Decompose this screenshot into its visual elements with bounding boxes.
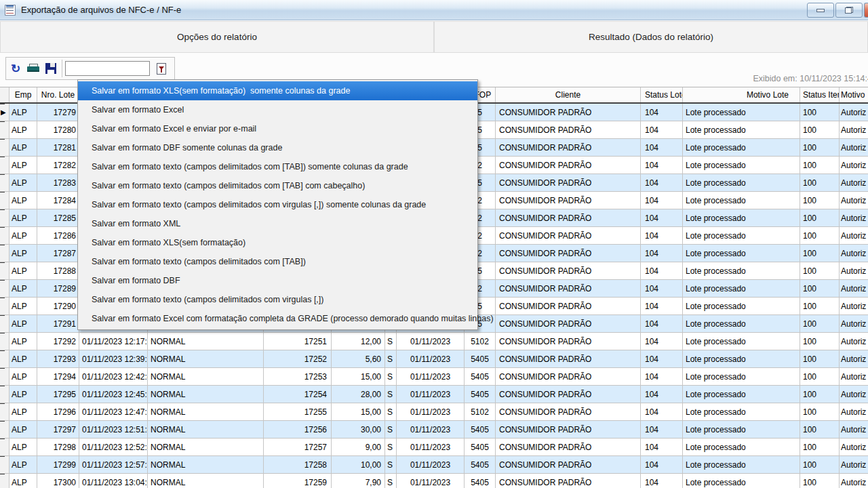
cell-cfop: 5102 xyxy=(465,403,496,421)
cell-status_lote: 104 xyxy=(641,157,683,174)
column-header-motivo_item[interactable]: Motivo xyxy=(840,87,868,102)
cell-status_lote: 104 xyxy=(641,315,683,333)
cell-nro_lote: 17281 xyxy=(37,139,79,157)
cell-dt_emissao: 01/11/2023 xyxy=(397,421,465,439)
cell-tipo: NORMAL xyxy=(148,386,264,403)
table-row[interactable]: ALP1729201/11/2023 12:17:31NORMAL1725112… xyxy=(0,333,868,350)
cell-nro_lote: 17291 xyxy=(37,315,79,333)
table-row[interactable]: ALP1729901/11/2023 12:57:37NORMAL1725810… xyxy=(0,456,868,474)
cell-status_item: 100 xyxy=(800,262,840,280)
cell-status_item: 100 xyxy=(800,456,840,474)
cell-s: S xyxy=(385,474,397,488)
menu-item[interactable]: Salvar em formato Excel com formatação c… xyxy=(78,309,477,328)
menu-item[interactable]: Salvar em formato texto (campos delimita… xyxy=(78,157,477,176)
filter-input[interactable] xyxy=(65,61,150,76)
menu-item[interactable]: Salvar em formato XLS(sem formatação) so… xyxy=(78,81,477,100)
menu-item[interactable]: Salvar em formato Excel e enviar por e-m… xyxy=(78,119,477,138)
cell-status_lote: 104 xyxy=(641,350,683,368)
cell-motivo_item: Autoriz xyxy=(840,174,868,192)
row-selector xyxy=(0,439,9,456)
cell-dt_emissao: 01/11/2023 xyxy=(397,333,465,350)
cell-cliente: CONSUMIDOR PADRÃO xyxy=(496,227,641,245)
menu-item[interactable]: Salvar em formato Excel xyxy=(78,100,477,119)
cell-status_item: 100 xyxy=(800,209,840,227)
cell-emp: ALP xyxy=(9,456,37,474)
cell-emp: ALP xyxy=(9,298,37,315)
menu-item[interactable]: Salvar em formato XLS(sem formatação) xyxy=(78,233,477,252)
cell-motivo_lote: Lote processado xyxy=(683,456,800,474)
cell-cliente: CONSUMIDOR PADRÃO xyxy=(496,174,641,192)
cell-status_item: 100 xyxy=(800,350,840,368)
table-row[interactable]: ALP1729801/11/2023 12:52:44NORMAL172579,… xyxy=(0,439,868,456)
export-report-button[interactable] xyxy=(151,60,167,77)
report-funnel-icon xyxy=(157,63,166,75)
column-header-cliente[interactable]: Cliente xyxy=(496,87,641,102)
cell-valor: 5,60 xyxy=(332,350,385,368)
menu-item[interactable]: Salvar em formato texto (campos delimita… xyxy=(78,176,477,195)
cell-cliente: CONSUMIDOR PADRÃO xyxy=(496,421,641,439)
titlebar[interactable]: Exportação de arquivos de NFC-e / NF-e xyxy=(0,0,868,20)
minimize-button[interactable] xyxy=(807,3,834,18)
close-button[interactable] xyxy=(864,3,868,18)
cell-nro_lote: 17286 xyxy=(37,227,79,245)
cell-motivo_item: Autoriz xyxy=(840,315,868,333)
cell-cliente: CONSUMIDOR PADRÃO xyxy=(496,386,641,403)
cell-motivo_lote: Lote processado xyxy=(683,333,800,350)
restore-button[interactable] xyxy=(835,3,863,18)
table-row[interactable]: ALP1730001/11/2023 13:04:01NORMAL172597,… xyxy=(0,474,868,488)
cell-status_lote: 104 xyxy=(641,474,683,488)
cell-motivo_lote: Lote processado xyxy=(683,209,800,227)
cell-emp: ALP xyxy=(9,315,37,333)
column-header-status_item[interactable]: Status Item xyxy=(800,87,840,102)
cell-motivo_lote: Lote processado xyxy=(683,315,800,333)
cell-nro: 17251 xyxy=(264,333,332,350)
cell-motivo_lote: Lote processado xyxy=(683,350,800,368)
cell-motivo_item: Autoriz xyxy=(840,421,868,439)
cell-emp: ALP xyxy=(9,262,37,280)
table-row[interactable]: ALP1729301/11/2023 12:39:21NORMAL172525,… xyxy=(0,350,868,368)
tab-opcoes-relatorio[interactable]: Opções do relatório xyxy=(0,21,434,53)
row-selector xyxy=(0,333,9,350)
cell-valor: 15,00 xyxy=(332,368,385,386)
print-button[interactable] xyxy=(25,60,41,77)
table-row[interactable]: ALP1729701/11/2023 12:51:43NORMAL1725630… xyxy=(0,421,868,439)
menu-item[interactable]: Salvar em formato DBF xyxy=(78,271,477,290)
cell-nro: 17256 xyxy=(264,421,332,439)
menu-item[interactable]: Salvar em formato texto (campos delimita… xyxy=(78,290,477,309)
row-selector xyxy=(0,174,9,192)
cell-status_lote: 104 xyxy=(641,192,683,209)
menu-item[interactable]: Salvar em formato XML xyxy=(78,214,477,233)
cell-status_lote: 104 xyxy=(641,456,683,474)
column-header-nro_lote[interactable]: Nro. Lote xyxy=(37,87,79,102)
tab-resultado-relatorio[interactable]: Resultado (Dados do relatório) xyxy=(434,21,868,53)
cell-status_item: 100 xyxy=(800,227,840,245)
cell-cliente: CONSUMIDOR PADRÃO xyxy=(496,139,641,157)
cell-nro: 17253 xyxy=(264,368,332,386)
table-row[interactable]: ALP1729601/11/2023 12:47:29NORMAL1725515… xyxy=(0,403,868,421)
table-row[interactable]: ALP1729501/11/2023 12:45:52NORMAL1725428… xyxy=(0,386,868,403)
menu-item[interactable]: Salvar em formato texto (campos delimita… xyxy=(78,252,477,271)
cell-valor: 28,00 xyxy=(332,386,385,403)
refresh-button[interactable]: ↻ xyxy=(7,60,24,77)
cell-nro: 17254 xyxy=(264,386,332,403)
cell-dt_lote: 01/11/2023 12:47:29 xyxy=(79,403,148,421)
cell-cfop: 5405 xyxy=(465,474,496,488)
cell-motivo_item: Autoriz xyxy=(840,298,868,315)
cell-status_item: 100 xyxy=(800,386,840,403)
save-button[interactable] xyxy=(43,60,59,77)
cell-emp: ALP xyxy=(9,227,37,245)
cell-status_item: 100 xyxy=(800,368,840,386)
cell-nro_lote: 17282 xyxy=(37,157,79,174)
column-header-motivo_lote[interactable]: Motivo Lote xyxy=(683,87,800,102)
menu-item[interactable]: Salvar em formato texto (campos delimita… xyxy=(78,195,477,214)
table-row[interactable]: ALP1729401/11/2023 12:42:41NORMAL1725315… xyxy=(0,368,868,386)
cell-dt_emissao: 01/11/2023 xyxy=(397,474,465,488)
column-header-status_lote[interactable]: Status Lote xyxy=(641,87,683,102)
menu-item[interactable]: Salvar em formato DBF somente colunas da… xyxy=(78,138,477,157)
column-header-emp[interactable]: Emp xyxy=(9,87,37,102)
cell-cliente: CONSUMIDOR PADRÃO xyxy=(496,333,641,350)
cell-emp: ALP xyxy=(9,280,37,298)
cell-dt_lote: 01/11/2023 12:51:43 xyxy=(79,421,148,439)
cell-motivo_lote: Lote processado xyxy=(683,439,800,456)
cell-status_item: 100 xyxy=(800,298,840,315)
